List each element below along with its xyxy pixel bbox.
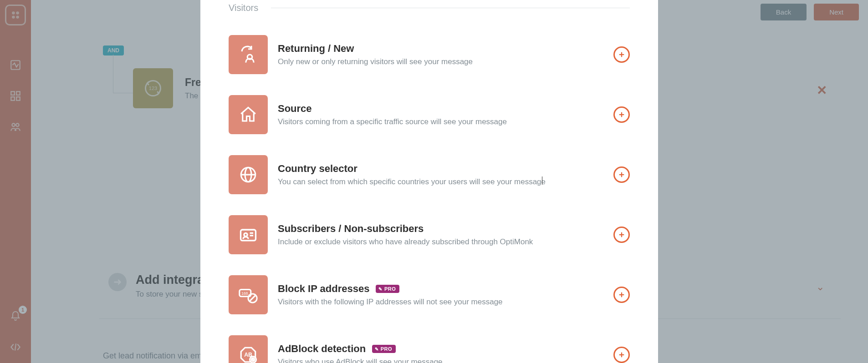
id-card-icon [229,215,268,254]
svg-text:168.: 168. [241,291,249,296]
option-body: AdBlock detectionPROVisitors who use AdB… [278,343,603,363]
option-title: Block IP addresses [278,283,369,295]
svg-rect-24 [241,230,256,241]
add-option-button[interactable] [613,46,630,63]
option-title: Subscribers / Non-subscribers [278,223,424,235]
globe-icon [229,155,268,194]
option-title: AdBlock detection [278,343,366,355]
add-option-button[interactable] [613,166,630,183]
option-block-ip: 168.Block IP addressesPROVisitors with t… [229,275,630,314]
return-user-icon [229,35,268,74]
option-title: Source [278,103,312,115]
option-body: Country selectorYou can select from whic… [278,163,603,187]
option-subscribers: Subscribers / Non-subscribersInclude or … [229,215,630,254]
add-option-button[interactable] [613,287,630,303]
option-body: SourceVisitors coming from a specific tr… [278,103,603,126]
section-divider [271,8,630,8]
option-adblock: ABAdBlock detectionPROVisitors who use A… [229,335,630,363]
option-description: You can select from which specific count… [278,177,603,187]
option-body: Returning / NewOnly new or only returnin… [278,43,603,66]
option-description: Visitors with the following IP addresses… [278,297,603,307]
text-caret [542,176,542,185]
option-title: Returning / New [278,43,354,55]
add-option-button[interactable] [613,227,630,243]
option-description: Visitors coming from a specific traffic … [278,117,603,126]
pro-badge: PRO [372,345,396,353]
visitor-conditions-modal: Visitors Returning / NewOnly new or only… [200,0,658,363]
option-description: Include or exclude visitors who have alr… [278,237,603,247]
ip-block-icon: 168. [229,275,268,314]
add-option-button[interactable] [613,106,630,123]
option-body: Block IP addressesPROVisitors with the f… [278,283,603,307]
add-option-button[interactable] [613,347,630,363]
option-body: Subscribers / Non-subscribersInclude or … [278,223,603,247]
option-country-selector: Country selectorYou can select from whic… [229,155,630,194]
section-title: Visitors [229,3,258,13]
pro-badge: PRO [376,285,399,293]
svg-point-25 [244,233,247,236]
option-title: Country selector [278,163,357,175]
option-description: Visitors who use AdBlock will see your m… [278,358,603,363]
option-source: SourceVisitors coming from a specific tr… [229,95,630,134]
home-icon [229,95,268,134]
option-description: Only new or only returning visitors will… [278,57,603,66]
option-returning-new: Returning / NewOnly new or only returnin… [229,35,630,74]
adblock-icon: AB [229,335,268,363]
section-header: Visitors [229,0,630,13]
